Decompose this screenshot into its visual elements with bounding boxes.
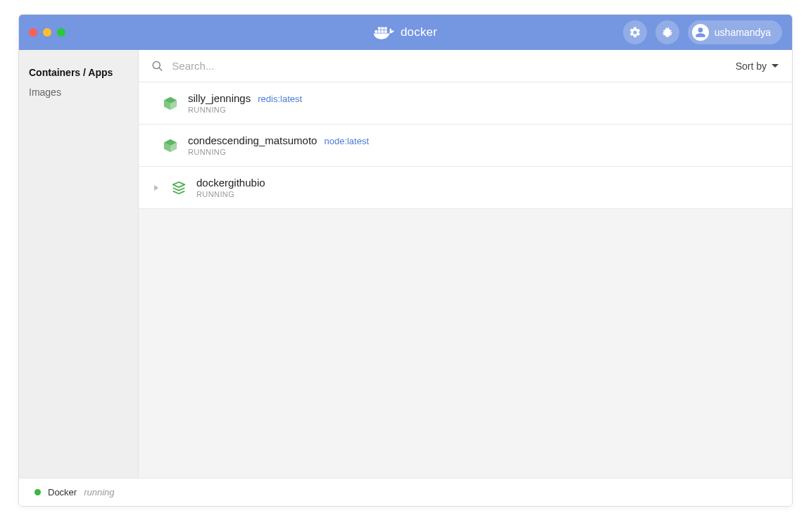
- stack-icon: [171, 180, 187, 196]
- header-actions: ushamandya: [623, 20, 782, 44]
- stack-info: dockergithubio RUNNING: [196, 177, 265, 198]
- toolbar: Sort by: [139, 50, 792, 82]
- svg-rect-6: [384, 27, 387, 30]
- container-name: silly_jennings: [188, 92, 251, 104]
- container-list: silly_jennings redis:latest RUNNING cond…: [139, 82, 792, 209]
- footer: Docker running: [19, 478, 792, 506]
- stack-row[interactable]: dockergithubio RUNNING: [139, 167, 792, 209]
- bug-icon: [661, 26, 674, 39]
- stack-status: RUNNING: [196, 190, 265, 198]
- sidebar-item-label: Containers / Apps: [29, 67, 113, 78]
- svg-rect-5: [381, 27, 384, 30]
- maximize-window-button[interactable]: [57, 28, 65, 37]
- sidebar-item-label: Images: [29, 87, 61, 98]
- container-image: redis:latest: [258, 94, 302, 104]
- expand-toggle[interactable]: [151, 183, 161, 193]
- container-row[interactable]: condescending_matsumoto node:latest RUNN…: [139, 125, 792, 167]
- sidebar: Containers / Apps Images: [19, 50, 139, 478]
- main: Sort by silly_jennings redis:latest RUNN…: [139, 50, 792, 478]
- body: Containers / Apps Images Sort by: [19, 50, 792, 478]
- titlebar: docker ushamandya: [19, 15, 792, 50]
- chevron-right-icon: [153, 185, 159, 191]
- container-info: silly_jennings redis:latest RUNNING: [188, 92, 302, 114]
- svg-rect-4: [378, 27, 381, 30]
- footer-app-name: Docker: [48, 487, 77, 498]
- sidebar-item-images[interactable]: Images: [29, 82, 128, 102]
- sidebar-item-containers[interactable]: Containers / Apps: [29, 63, 128, 82]
- user-name: ushamandya: [715, 27, 771, 38]
- gear-icon: [629, 26, 641, 39]
- container-icon: [163, 138, 178, 153]
- stack-name: dockergithubio: [196, 177, 265, 189]
- close-window-button[interactable]: [29, 28, 37, 37]
- app-window: docker ushamandya Containers / Apps: [18, 14, 793, 507]
- container-row[interactable]: silly_jennings redis:latest RUNNING: [139, 82, 792, 125]
- person-icon: [695, 27, 706, 38]
- container-image: node:latest: [324, 136, 369, 146]
- brand: docker: [374, 25, 437, 40]
- sort-by-dropdown[interactable]: Sort by: [736, 61, 779, 72]
- container-icon: [163, 96, 178, 111]
- container-status: RUNNING: [188, 106, 302, 114]
- settings-button[interactable]: [623, 20, 647, 44]
- chevron-down-icon: [771, 62, 779, 70]
- docker-whale-icon: [374, 25, 395, 40]
- sort-by-label: Sort by: [736, 61, 767, 72]
- svg-line-8: [159, 68, 162, 70]
- brand-name: docker: [401, 25, 437, 39]
- svg-rect-1: [378, 30, 381, 33]
- search-icon: [151, 60, 163, 72]
- search-input[interactable]: [172, 60, 735, 72]
- avatar: [692, 24, 709, 41]
- user-menu[interactable]: ushamandya: [688, 20, 782, 44]
- search: [151, 60, 736, 72]
- status-indicator-icon: [34, 489, 41, 495]
- svg-point-7: [153, 61, 160, 68]
- svg-rect-3: [384, 30, 387, 33]
- container-name: condescending_matsumoto: [188, 134, 317, 146]
- container-status: RUNNING: [188, 148, 369, 156]
- svg-rect-0: [375, 30, 377, 33]
- troubleshoot-button[interactable]: [655, 20, 679, 44]
- footer-status: running: [84, 487, 114, 498]
- container-info: condescending_matsumoto node:latest RUNN…: [188, 134, 369, 156]
- svg-rect-2: [381, 30, 384, 33]
- window-controls: [29, 28, 65, 37]
- minimize-window-button[interactable]: [43, 28, 51, 37]
